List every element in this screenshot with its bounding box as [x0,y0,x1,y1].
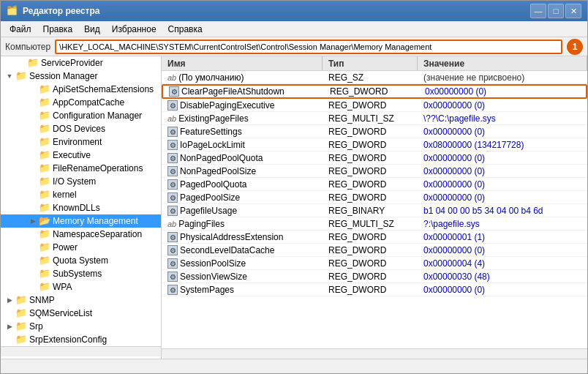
table-row[interactable]: ⚙NonPagedPoolQuotaREG_DWORD0x00000000 (0… [162,152,587,165]
tree-item[interactable]: 📁Environment [1,135,161,149]
tree-expand-icon[interactable] [15,57,27,69]
status-bar [1,359,587,373]
minimize-button[interactable]: — [530,4,546,18]
tree-item[interactable]: ▶📁Srp [1,320,161,333]
tree-label: Power [53,242,78,253]
tree-expand-icon[interactable] [27,202,39,214]
tree-item[interactable]: 📁NamespaceSeparation [1,228,161,241]
table-row[interactable]: ⚙SecondLevelDataCacheREG_DWORD0x00000000… [162,244,587,257]
close-button[interactable]: ✕ [565,4,581,18]
tree-expand-icon[interactable] [27,97,39,108]
menu-favorites[interactable]: Избранное [106,23,162,36]
tree-expand-icon[interactable] [27,255,39,266]
col-header-name[interactable]: Имя [162,56,323,70]
folder-icon: 📁 [39,268,50,280]
cell-type: REG_DWORD [323,192,418,203]
tree-expand-icon[interactable]: ▶ [4,294,15,306]
tree-expand-icon[interactable] [4,334,15,345]
table-row[interactable]: abExistingPageFilesREG_MULTI_SZ\??\C:\pa… [162,112,587,125]
detail-scrollbar-x[interactable] [162,348,587,359]
folder-icon: 📁 [15,321,27,332]
folder-icon: 📁 [15,70,27,82]
tree-expand-icon[interactable] [27,281,39,293]
tree-expand-icon[interactable] [4,307,15,319]
tree-item[interactable]: 📁FileRenameOperations [1,162,161,175]
tree-item[interactable]: 📁SQMServiceList [1,307,161,320]
menu-edit[interactable]: Правка [37,23,79,36]
tree-item[interactable]: 📁SrpExtensionConfig [1,333,161,346]
tree-item[interactable]: 📁SubSystems [1,267,161,280]
tree-expand-icon[interactable] [27,149,39,161]
tree-expand-icon[interactable]: ▶ [4,321,15,332]
folder-icon: 📁 [15,334,27,345]
table-row[interactable]: ⚙PagefileUsageREG_BINARYb1 04 00 00 b5 3… [162,204,587,217]
tree-label: kernel [53,190,77,200]
table-row[interactable]: ⚙DisablePagingExecutiveREG_DWORD0x000000… [162,99,587,112]
folder-icon: 📁 [39,176,50,187]
tree-item[interactable]: ▶📁SNMP [1,293,161,307]
table-row[interactable]: ⚙NonPagedPoolSizeREG_DWORD0x00000000 (0) [162,165,587,178]
tree-item[interactable]: 📁KnownDLLs [1,201,161,214]
folder-icon: 📁 [39,255,50,266]
table-row[interactable]: ⚙IoPageLockLimitREG_DWORD0x08000000 (134… [162,138,587,152]
cell-type: REG_DWORD [323,165,418,177]
address-input[interactable] [55,40,562,54]
table-row[interactable]: ⚙ClearPageFileAtShutdownREG_DWORD0x00000… [162,84,587,99]
maximize-button[interactable]: □ [548,4,564,18]
tree-expand-icon[interactable] [27,123,39,135]
tree-expand-icon[interactable] [27,110,39,121]
menu-help[interactable]: Справка [162,23,208,36]
tree-label: Memory Management [53,216,138,226]
table-row[interactable]: ⚙PagedPoolQuotaREG_DWORD0x00000000 (0) [162,178,587,191]
cell-name: ⚙NonPagedPoolQuota [162,152,323,164]
tree-scrollbar-x[interactable] [1,346,161,356]
tree-item[interactable]: 📁Power [1,241,161,254]
cell-value: 0x00000000 (0) [418,192,587,203]
tree-expand-icon[interactable] [27,162,39,174]
tree-expand-icon[interactable] [27,242,39,253]
folder-icon: 📁 [39,123,50,135]
tree-expand-icon[interactable]: ▶ [27,215,39,227]
tree-item[interactable]: 📁WPA [1,280,161,293]
tree-label: DOS Devices [53,124,105,134]
tree-label: ServiceProvider [41,58,103,68]
cell-type: REG_DWORD [324,86,419,97]
table-row[interactable]: abPagingFilesREG_MULTI_SZ?:\pagefile.sys [162,217,587,231]
menu-file[interactable]: Файл [4,23,37,36]
tree-expand-icon[interactable] [27,176,39,187]
tree-item[interactable]: ▼📁Session Manager [1,70,161,83]
dword-icon: ⚙ [167,232,178,242]
table-row[interactable]: ⚙PagedPoolSizeREG_DWORD0x00000000 (0) [162,191,587,204]
tree-item[interactable]: 📁DOS Devices [1,122,161,135]
table-row[interactable]: ⚙FeatureSettingsREG_DWORD0x00000000 (0) [162,125,587,138]
table-row[interactable]: ⚙SessionPoolSizeREG_DWORD0x00000004 (4) [162,257,587,270]
table-row[interactable]: ⚙SystemPagesREG_DWORD0x00000000 (0) [162,283,587,296]
tree-expand-icon[interactable] [27,136,39,148]
tree-expand-icon[interactable] [27,189,39,201]
app-icon: 🗂️ [7,5,18,17]
tree-item[interactable]: 📁I/O System [1,175,161,188]
col-header-type[interactable]: Тип [323,56,418,70]
tree-label: Session Manager [29,71,97,81]
tree-expand-icon[interactable] [27,83,39,95]
table-row[interactable]: ⚙SessionViewSizeREG_DWORD0x00000030 (48) [162,270,587,283]
table-row[interactable]: ⚙PhysicalAddressExtensionREG_DWORD0x0000… [162,231,587,244]
tree-item[interactable]: ▶📂Memory Management [1,214,161,228]
dword-icon: ⚙ [167,206,178,216]
tree-item[interactable]: 📁ServiceProvider [1,56,161,70]
cell-type: REG_DWORD [323,126,418,138]
tree-item[interactable]: 📁Executive [1,149,161,162]
tree-expand-icon[interactable]: ▼ [4,70,15,82]
cell-value: 0x00000000 (0) [418,126,587,138]
table-row[interactable]: ab(По умолчанию)REG_SZ(значение не присв… [162,71,587,84]
tree-expand-icon[interactable] [27,268,39,280]
tree-item[interactable]: 📁AppCompatCache [1,96,161,109]
tree-item[interactable]: 📁Configuration Manager [1,109,161,122]
tree-item[interactable]: 📁ApiSetSchemaExtensions [1,83,161,96]
menu-view[interactable]: Вид [78,23,106,36]
tree-expand-icon[interactable] [27,228,39,240]
tree-container: 📁ServiceProvider▼📁Session Manager📁ApiSet… [1,56,161,346]
tree-item[interactable]: 📁Quota System [1,254,161,267]
col-header-value[interactable]: Значение [418,56,587,70]
tree-item[interactable]: 📁kernel [1,188,161,201]
